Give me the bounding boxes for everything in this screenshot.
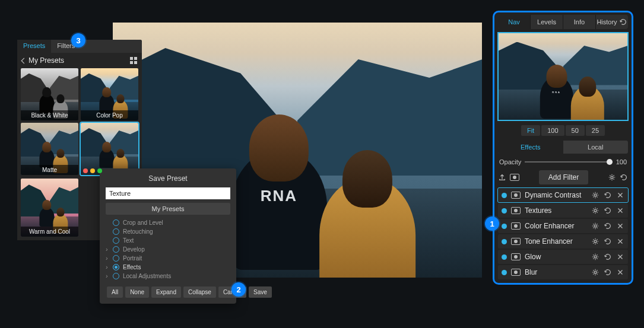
preset-black-and-white[interactable]: Black & White bbox=[21, 68, 78, 120]
tab-levels[interactable]: Levels bbox=[530, 15, 563, 29]
save-preset-modal: Save Preset My Presets Crop and Level Re… bbox=[100, 168, 236, 304]
preset-color-pop[interactable]: Color Pop bbox=[81, 68, 138, 120]
filter-row[interactable]: Tone Enhancer bbox=[498, 234, 628, 249]
filter-row[interactable]: Dynamic Contrast bbox=[498, 188, 628, 202]
opt-develop[interactable]: Develop bbox=[106, 245, 230, 254]
filter-row[interactable]: Textures bbox=[498, 203, 628, 218]
filter-settings-icon[interactable] bbox=[591, 237, 599, 246]
preset-warm-and-cool[interactable]: Warm and Cool bbox=[21, 179, 78, 237]
opt-portrait[interactable]: Portrait bbox=[106, 254, 230, 263]
filter-reset-icon[interactable] bbox=[604, 268, 612, 276]
preset-label: Color Pop bbox=[81, 110, 138, 120]
filter-settings-icon[interactable] bbox=[591, 191, 599, 199]
filter-row[interactable]: Glow bbox=[498, 250, 628, 264]
svg-point-3 bbox=[594, 225, 597, 227]
opt-text[interactable]: Text bbox=[106, 236, 230, 245]
filter-mask-icon[interactable] bbox=[511, 207, 521, 214]
zoom-fit[interactable]: Fit bbox=[521, 125, 540, 136]
filter-reset-icon[interactable] bbox=[604, 222, 612, 230]
export-icon[interactable] bbox=[498, 173, 506, 181]
tab-history[interactable]: History bbox=[595, 15, 628, 29]
opacity-slider[interactable] bbox=[525, 161, 612, 163]
btn-expand[interactable]: Expand bbox=[151, 286, 181, 298]
preset-include-options: Crop and Level Retouching Text Develop P… bbox=[106, 218, 230, 281]
filter-mask-icon[interactable] bbox=[511, 238, 521, 245]
tab-presets[interactable]: Presets bbox=[17, 40, 51, 53]
opacity-row: Opacity 100 bbox=[499, 158, 627, 165]
btn-none[interactable]: None bbox=[125, 286, 149, 298]
tab-info[interactable]: Info bbox=[563, 15, 595, 29]
filter-remove-icon[interactable] bbox=[616, 268, 624, 276]
opacity-label: Opacity bbox=[499, 158, 521, 165]
preset-folder-select[interactable]: My Presets bbox=[106, 203, 230, 215]
opacity-value: 100 bbox=[616, 158, 627, 165]
opt-retouching[interactable]: Retouching bbox=[106, 227, 230, 236]
filter-row[interactable]: Color Enhancer bbox=[498, 219, 628, 233]
reset-icon[interactable] bbox=[620, 173, 628, 181]
filter-settings-icon[interactable] bbox=[591, 206, 599, 215]
filter-mask-icon[interactable] bbox=[511, 192, 521, 199]
opt-crop-and-level[interactable]: Crop and Level bbox=[106, 218, 230, 227]
svg-point-2 bbox=[594, 209, 597, 212]
preset-matte[interactable]: Matte bbox=[21, 123, 78, 175]
presets-folder-title: My Presets bbox=[28, 56, 64, 65]
modal-title: Save Preset bbox=[106, 174, 230, 183]
grid-view-icon[interactable] bbox=[130, 57, 137, 64]
gear-icon[interactable] bbox=[608, 173, 616, 181]
right-inspector-panel: Nav Levels Info History RNA Fit 100 50 2… bbox=[493, 11, 633, 285]
filter-mask-icon[interactable] bbox=[511, 269, 521, 276]
filter-remove-icon[interactable] bbox=[616, 191, 624, 199]
filter-mask-icon[interactable] bbox=[511, 253, 521, 260]
filter-name: Glow bbox=[525, 253, 587, 261]
callout-badge-1: 1 bbox=[485, 216, 499, 231]
filter-remove-icon[interactable] bbox=[616, 253, 624, 261]
zoom-100[interactable]: 100 bbox=[541, 125, 564, 136]
filter-remove-icon[interactable] bbox=[616, 206, 624, 215]
svg-point-6 bbox=[594, 271, 597, 273]
btn-all[interactable]: All bbox=[107, 286, 123, 298]
filter-visibility-dot[interactable] bbox=[502, 270, 507, 275]
zoom-50[interactable]: 50 bbox=[566, 125, 585, 136]
btn-collapse[interactable]: Collapse bbox=[183, 286, 216, 298]
svg-point-5 bbox=[594, 256, 597, 258]
filter-settings-icon[interactable] bbox=[591, 222, 599, 230]
tab-local[interactable]: Local bbox=[563, 141, 629, 154]
filter-visibility-dot[interactable] bbox=[502, 254, 507, 260]
filter-reset-icon[interactable] bbox=[604, 206, 612, 215]
filter-remove-icon[interactable] bbox=[616, 237, 624, 246]
filter-reset-icon[interactable] bbox=[604, 237, 612, 246]
mask-icon[interactable] bbox=[510, 174, 519, 181]
preset-label: Black & White bbox=[21, 110, 78, 120]
tab-effects[interactable]: Effects bbox=[498, 141, 563, 154]
svg-point-4 bbox=[594, 240, 597, 243]
opt-local-adjustments[interactable]: Local Adjustments bbox=[106, 272, 230, 281]
filter-visibility-dot[interactable] bbox=[502, 239, 507, 244]
filter-reset-icon[interactable] bbox=[604, 191, 612, 199]
filter-visibility-dot[interactable] bbox=[502, 224, 507, 229]
preset-name-input[interactable] bbox=[106, 187, 230, 199]
filter-row[interactable]: Blur bbox=[498, 265, 628, 279]
add-filter-button[interactable]: Add Filter bbox=[539, 170, 588, 184]
filter-settings-icon[interactable] bbox=[591, 268, 599, 276]
filter-settings-icon[interactable] bbox=[591, 253, 599, 261]
btn-save[interactable]: Save bbox=[249, 286, 272, 298]
tab-nav[interactable]: Nav bbox=[498, 15, 530, 29]
preset-label: Warm and Cool bbox=[21, 227, 78, 237]
opt-effects[interactable]: Effects bbox=[106, 263, 230, 272]
filter-remove-icon[interactable] bbox=[616, 222, 624, 230]
svg-point-1 bbox=[594, 194, 597, 196]
filter-name: Blur bbox=[525, 268, 587, 276]
callout-badge-3: 3 bbox=[71, 33, 85, 47]
filter-mask-icon[interactable] bbox=[511, 222, 521, 230]
zoom-25[interactable]: 25 bbox=[586, 125, 605, 136]
filter-visibility-dot[interactable] bbox=[502, 193, 507, 198]
filter-name: Textures bbox=[525, 206, 587, 215]
undo-icon bbox=[619, 18, 627, 26]
back-icon[interactable] bbox=[21, 58, 27, 63]
filter-reset-icon[interactable] bbox=[604, 253, 612, 261]
filter-visibility-dot[interactable] bbox=[502, 208, 507, 214]
inspector-tabs: Nav Levels Info History bbox=[498, 15, 628, 29]
filter-name: Tone Enhancer bbox=[525, 237, 587, 246]
preset-selected[interactable] bbox=[81, 123, 138, 175]
navigator-thumbnail[interactable]: RNA bbox=[498, 33, 628, 120]
